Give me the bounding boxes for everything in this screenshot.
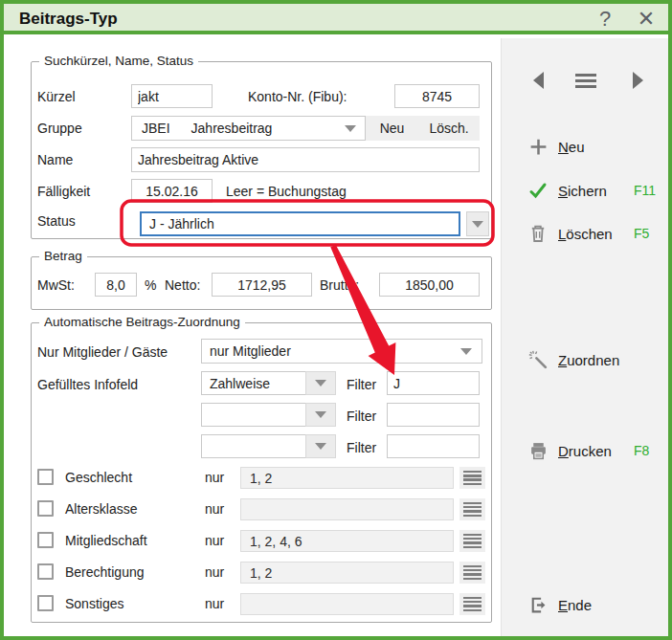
name-input[interactable] — [131, 147, 480, 172]
geschlecht-value: 1, 2 — [240, 467, 454, 489]
sidebar — [501, 38, 668, 640]
berechtigung-value: 1, 2 — [240, 562, 454, 584]
brutto-input[interactable] — [379, 273, 480, 297]
infofeld-dropdown-button-3[interactable] — [305, 434, 336, 458]
altersklasse-list-button[interactable] — [459, 498, 485, 520]
geschlecht-label: Geschlecht — [65, 470, 132, 485]
kuerzel-input[interactable] — [131, 84, 213, 108]
gruppe-name: Jahresbeitrag — [170, 121, 345, 136]
filter-input-3[interactable] — [387, 434, 480, 458]
list-icon — [463, 597, 482, 611]
zuordnen-button[interactable]: Zuordnen — [526, 347, 670, 372]
filter-label-2: Filter — [347, 408, 376, 424]
nur-label: nur — [205, 501, 224, 517]
sonstiges-checkbox[interactable] — [37, 595, 54, 611]
infofeld-dropdown-button-1[interactable] — [305, 371, 336, 395]
check-icon — [526, 180, 549, 201]
name-label: Name — [37, 152, 73, 167]
gruppe-label: Gruppe — [37, 121, 82, 136]
group-betrag-legend: Betrag — [39, 249, 87, 263]
trash-icon — [526, 223, 549, 244]
berechtigung-checkbox[interactable] — [37, 563, 54, 580]
sichern-button[interactable]: Sichern F11 — [526, 178, 670, 203]
drucken-button[interactable]: Drucken F8 — [526, 438, 670, 463]
infofeld-combobox-3[interactable] — [201, 434, 306, 458]
status-dropdown-button[interactable] — [466, 211, 489, 236]
magic-wand-icon — [526, 349, 549, 370]
close-icon[interactable]: ✕ — [632, 7, 661, 32]
neu-button[interactable]: Neu — [526, 134, 670, 159]
nur-label: nur — [205, 470, 224, 485]
chevron-down-icon — [460, 348, 472, 355]
filter-input-2[interactable] — [387, 403, 480, 427]
gruppe-combobox[interactable]: JBEI Jahresbeitrag — [131, 116, 366, 141]
sonstiges-label: Sonstiges — [65, 596, 123, 611]
status-label: Status — [37, 213, 76, 229]
altersklasse-label: Altersklasse — [65, 501, 137, 517]
infofeld-label: Gefülltes Infofeld — [37, 377, 138, 392]
loeschen-button[interactable]: Löschen F5 — [526, 221, 670, 246]
filter-label-3: Filter — [347, 440, 376, 455]
list-icon — [463, 471, 482, 485]
netto-label: Netto: — [165, 277, 200, 293]
nur-label: nur — [205, 564, 224, 580]
netto-input[interactable] — [212, 273, 312, 297]
geschlecht-list-button[interactable] — [459, 467, 485, 489]
mitgliedschaft-value: 1, 2, 4, 6 — [240, 530, 454, 552]
mwst-label: MwSt: — [37, 277, 75, 293]
sonstiges-value — [240, 593, 454, 615]
group-zuordnung-legend: Automatische Beitrags-Zuordnung — [39, 315, 245, 329]
nav-next-icon[interactable] — [633, 72, 643, 89]
infofeld-value-1: Zahlweise — [202, 376, 305, 391]
status-combobox[interactable]: J - Jährlich — [140, 211, 460, 236]
kuerzel-label: Kürzel — [37, 89, 76, 104]
gruppe-neu-button[interactable]: Neu — [366, 116, 418, 141]
sonstiges-list-button[interactable] — [459, 593, 485, 615]
nav-previous-icon[interactable] — [533, 72, 544, 89]
konto-input[interactable] — [394, 84, 480, 108]
mitgliedschaft-list-button[interactable] — [459, 530, 485, 552]
ende-button[interactable]: Ende — [526, 592, 670, 617]
list-icon — [463, 565, 482, 580]
group-suchkuerzel-legend: Suchkürzel, Name, Status — [39, 54, 198, 68]
status-value: J - Jährlich — [142, 216, 459, 232]
chevron-down-icon — [315, 411, 326, 418]
infofeld-dropdown-button-2[interactable] — [305, 403, 336, 427]
chevron-down-icon — [315, 380, 326, 386]
altersklasse-value — [240, 498, 454, 520]
mwst-input[interactable] — [95, 273, 137, 297]
berechtigung-label: Berechtigung — [65, 564, 145, 580]
percent-label: % — [145, 277, 156, 293]
beitrags-typ-dialog: Beitrags-Typ ? ✕ Suchkürzel, Name, Statu… — [0, 0, 672, 640]
chevron-down-icon — [315, 443, 326, 450]
exit-icon — [526, 594, 549, 615]
mitglieder-value: nur Mitglieder — [202, 343, 460, 359]
faelligkeit-input[interactable] — [131, 179, 213, 203]
chevron-down-icon — [345, 125, 356, 132]
gruppe-code: JBEI — [132, 121, 170, 136]
berechtigung-list-button[interactable] — [459, 562, 485, 584]
faelligkeit-label: Fälligkeit — [37, 184, 90, 199]
altersklasse-checkbox[interactable] — [37, 500, 54, 517]
filter-label-1: Filter — [347, 377, 376, 392]
infofeld-combobox-2[interactable] — [201, 403, 306, 427]
printer-icon — [526, 440, 549, 461]
nur-label: nur — [205, 533, 224, 548]
list-icon — [463, 534, 482, 548]
nur-label: nur — [205, 596, 224, 611]
mitgliedschaft-label: Mitgliedschaft — [65, 533, 147, 548]
titlebar: Beitrags-Typ ? ✕ — [4, 4, 668, 34]
mitgliedschaft-checkbox[interactable] — [37, 532, 54, 548]
mitglieder-combobox[interactable]: nur Mitglieder — [201, 339, 482, 364]
geschlecht-checkbox[interactable] — [37, 469, 54, 485]
chevron-down-icon — [472, 221, 483, 228]
infofeld-combobox-1[interactable]: Zahlweise — [201, 371, 306, 395]
help-icon[interactable]: ? — [591, 7, 619, 32]
nav-menu-icon[interactable] — [575, 74, 596, 88]
brutto-label: Brutto: — [320, 277, 359, 293]
gruppe-loesch-button[interactable]: Lösch. — [418, 116, 480, 141]
faelligkeit-hint: Leer = Buchungstag — [226, 184, 347, 199]
konto-label: Konto-Nr. (Fibu): — [248, 89, 347, 104]
dialog-title: Beitrags-Typ — [19, 10, 118, 29]
filter-input-1[interactable] — [387, 371, 480, 395]
